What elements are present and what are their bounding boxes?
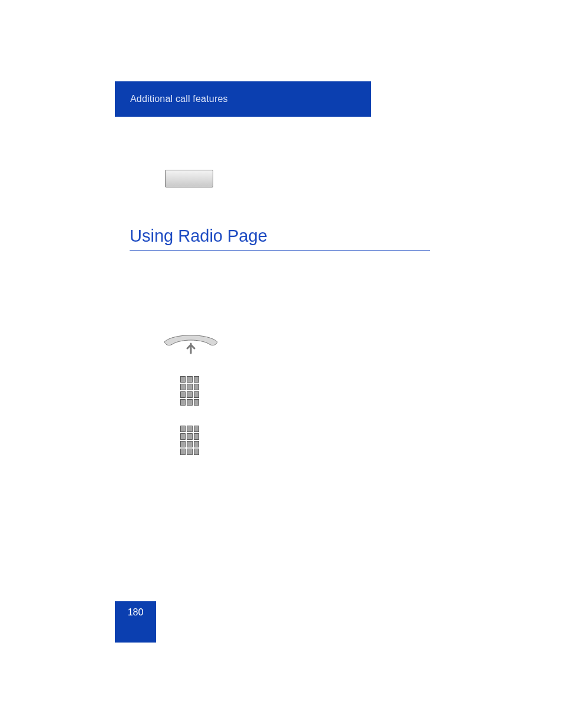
page-number: 180 (115, 601, 156, 643)
document-page: Additional call features Using Radio Pag… (0, 0, 562, 728)
section-title: Using Radio Page (130, 226, 267, 246)
header-bar: Additional call features (115, 81, 371, 117)
lift-handset-icon (161, 333, 220, 358)
header-title: Additional call features (130, 94, 228, 104)
blank-softkey-icon (165, 170, 213, 187)
dial-keypad-icon (179, 424, 200, 456)
step-key-row (165, 170, 213, 187)
section-rule (130, 250, 430, 251)
dial-keypad-icon (179, 375, 200, 407)
